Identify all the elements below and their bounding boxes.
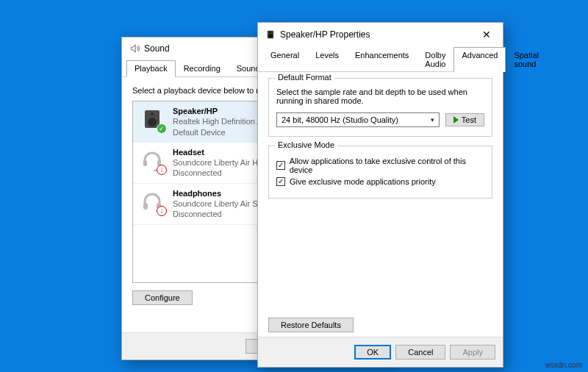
exclusive-control-checkbox[interactable]: Allow applications to take exclusive con… [276,157,484,174]
svg-rect-5 [143,203,148,210]
close-icon[interactable]: ✕ [478,29,495,40]
play-icon [453,116,459,124]
svg-point-1 [148,118,157,126]
speaker-icon [265,29,276,40]
watermark: wsxdn.com [545,361,582,369]
tab-dolby-audio[interactable]: Dolby Audio [417,47,453,72]
sound-title: Sound [144,43,170,54]
svg-point-9 [270,32,271,33]
props-title: Speaker/HP Properties [280,29,370,40]
exclusive-mode-group: Exclusive Mode Allow applications to tak… [268,146,492,198]
exclusive-legend: Exclusive Mode [275,140,337,149]
tab-general[interactable]: General [262,47,307,72]
default-format-group: Default Format Select the sample rate an… [268,78,492,137]
checkbox-icon [276,161,285,170]
tab-levels[interactable]: Levels [307,47,347,72]
format-dropdown[interactable]: 24 bit, 48000 Hz (Studio Quality) ▾ [276,112,440,127]
tab-enhancements[interactable]: Enhancements [347,47,417,72]
chevron-down-icon: ▾ [431,116,434,124]
headset-device-icon [139,147,165,174]
props-titlebar: Speaker/HP Properties ✕ [258,23,503,46]
default-format-desc: Select the sample rate and bit depth to … [276,87,484,105]
default-format-legend: Default Format [275,73,334,82]
format-value: 24 bit, 48000 Hz (Studio Quality) [282,115,398,124]
default-badge-icon [157,124,167,134]
tab-recording[interactable]: Recording [176,60,229,77]
svg-rect-3 [143,160,147,166]
svg-point-2 [151,112,154,115]
configure-button[interactable]: Configure [132,290,193,305]
props-ok-button[interactable]: OK [354,345,391,360]
exclusive-opt1-label: Allow applications to take exclusive con… [290,157,484,174]
props-cancel-button[interactable]: Cancel [395,345,445,360]
disconnected-badge-icon [157,206,167,216]
headphones-device-icon [139,188,165,215]
speaker-device-icon [139,106,165,132]
props-apply-button[interactable]: Apply [450,345,495,360]
tab-playback[interactable]: Playback [126,60,176,77]
tab-spatial-sound[interactable]: Spatial sound [506,47,547,72]
test-button[interactable]: Test [445,113,484,126]
checkbox-icon [276,177,285,186]
disconnected-badge-icon [157,165,167,175]
exclusive-priority-checkbox[interactable]: Give exclusive mode applications priorit… [276,177,484,186]
props-tabs: General Levels Enhancements Dolby Audio … [258,46,503,72]
speaker-icon [129,43,140,54]
test-label: Test [462,115,476,124]
properties-window: Speaker/HP Properties ✕ General Levels E… [257,22,503,368]
restore-defaults-button[interactable]: Restore Defaults [268,318,354,332]
exclusive-opt2-label: Give exclusive mode applications priorit… [290,177,436,186]
tab-advanced[interactable]: Advanced [453,47,506,72]
svg-point-8 [269,34,273,37]
